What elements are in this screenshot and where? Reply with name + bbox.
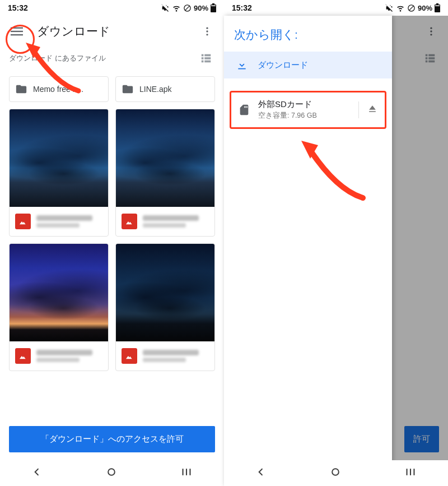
svg-point-37 xyxy=(332,469,339,475)
battery-icon xyxy=(435,3,440,12)
image-icon xyxy=(15,348,31,364)
svg-rect-24 xyxy=(436,3,438,4)
divider xyxy=(358,101,359,118)
no-sim-icon xyxy=(183,4,192,12)
recents-icon xyxy=(180,466,193,478)
image-meta xyxy=(10,341,108,371)
svg-rect-15 xyxy=(204,57,211,59)
sdcard-icon xyxy=(238,104,250,116)
svg-line-1 xyxy=(185,6,190,11)
nav-home[interactable] xyxy=(330,466,341,480)
image-tile[interactable] xyxy=(115,243,215,371)
image-thumbnail xyxy=(116,109,214,207)
image-thumbnail xyxy=(10,109,108,207)
status-time: 15:32 xyxy=(232,3,252,12)
back-icon xyxy=(255,466,267,478)
mute-icon xyxy=(161,3,170,12)
nav-recents[interactable] xyxy=(404,466,417,480)
eject-icon xyxy=(367,103,378,114)
svg-rect-12 xyxy=(202,54,204,57)
more-vert-icon xyxy=(202,26,213,37)
svg-rect-21 xyxy=(189,469,190,475)
folder-tile[interactable]: Memo free n... xyxy=(9,76,109,102)
folder-name: Memo free n... xyxy=(33,85,83,94)
nav-recents[interactable] xyxy=(180,466,193,480)
drawer-item-sdcard[interactable]: 外部SDカード 空き容量: 7.96 GB xyxy=(230,91,386,129)
file-grid: Memo free n... LINE.apk xyxy=(0,71,224,371)
svg-rect-7 xyxy=(11,34,23,35)
svg-rect-20 xyxy=(186,469,187,475)
folder-icon xyxy=(15,83,27,95)
status-bar: 15:32 90% xyxy=(0,0,224,16)
svg-rect-39 xyxy=(410,469,411,475)
eject-button[interactable] xyxy=(367,103,378,117)
status-right: 90% xyxy=(161,3,216,12)
home-icon xyxy=(330,466,341,478)
image-meta xyxy=(116,207,214,236)
recents-icon xyxy=(404,466,417,478)
svg-point-9 xyxy=(206,30,208,32)
svg-rect-2 xyxy=(212,3,214,4)
image-filename-blurred xyxy=(143,213,209,230)
list-view-icon xyxy=(200,52,212,64)
image-thumbnail xyxy=(116,244,214,341)
hamburger-button[interactable] xyxy=(6,20,28,43)
more-button[interactable] xyxy=(196,20,218,43)
list-view-button[interactable] xyxy=(197,49,215,67)
mute-icon xyxy=(385,3,394,12)
image-tile[interactable] xyxy=(115,109,215,237)
status-time: 15:32 xyxy=(8,3,28,12)
image-filename-blurred xyxy=(143,348,209,364)
folder-tile[interactable]: LINE.apk xyxy=(115,76,215,102)
image-tile[interactable] xyxy=(9,243,109,371)
screen-left: 15:32 90% ダウンロード ダウンロード にあるファイル Mem xyxy=(0,0,224,486)
hamburger-icon xyxy=(11,25,23,38)
svg-point-18 xyxy=(108,469,115,475)
drawer-item-downloads[interactable]: ダウンロード xyxy=(224,52,392,78)
nav-bar xyxy=(0,460,224,486)
svg-rect-38 xyxy=(406,469,407,475)
allow-access-button[interactable]: 「ダウンロード」へのアクセスを許可 xyxy=(9,426,215,452)
image-meta xyxy=(116,341,214,371)
svg-rect-17 xyxy=(204,61,211,63)
subheader: ダウンロード にあるファイル xyxy=(0,47,224,71)
subheader-text: ダウンロード にあるファイル xyxy=(9,53,106,63)
navigation-drawer: 次から開く: ダウンロード 外部SDカード 空き容量: 7.96 GB xyxy=(224,16,392,486)
drawer-title: 次から開く: xyxy=(224,16,392,52)
page-title: ダウンロード xyxy=(37,24,187,39)
status-battery: 90% xyxy=(418,4,432,12)
screen-right: 15:32 90% x k xyxy=(224,0,448,486)
image-icon xyxy=(122,214,137,229)
svg-line-23 xyxy=(409,6,414,11)
image-icon xyxy=(122,348,137,364)
svg-rect-40 xyxy=(413,469,414,475)
image-filename-blurred xyxy=(36,213,102,230)
sdcard-text: 外部SDカード 空き容量: 7.96 GB xyxy=(258,99,351,121)
nav-back[interactable] xyxy=(255,466,267,480)
nav-bar xyxy=(224,460,448,486)
status-bar: 15:32 90% xyxy=(224,0,448,16)
image-filename-blurred xyxy=(36,348,102,364)
nav-home[interactable] xyxy=(106,466,117,480)
svg-rect-14 xyxy=(202,57,204,59)
image-icon xyxy=(15,214,31,229)
wifi-icon xyxy=(396,3,405,12)
image-thumbnail xyxy=(10,244,108,341)
sdcard-title: 外部SDカード xyxy=(258,99,351,110)
svg-rect-13 xyxy=(204,54,211,57)
status-battery: 90% xyxy=(194,4,208,12)
home-icon xyxy=(106,466,117,478)
image-meta xyxy=(10,207,108,236)
svg-point-10 xyxy=(206,34,208,35)
svg-marker-36 xyxy=(301,141,318,159)
svg-point-8 xyxy=(206,27,208,29)
drawer-item-label: ダウンロード xyxy=(258,60,308,71)
back-icon xyxy=(31,466,43,478)
nav-back[interactable] xyxy=(31,466,43,480)
svg-rect-16 xyxy=(202,61,204,63)
sdcard-subtitle: 空き容量: 7.96 GB xyxy=(258,111,351,121)
download-icon xyxy=(236,59,248,71)
svg-rect-4 xyxy=(211,6,216,7)
svg-rect-6 xyxy=(11,31,23,32)
image-tile[interactable] xyxy=(9,109,109,237)
